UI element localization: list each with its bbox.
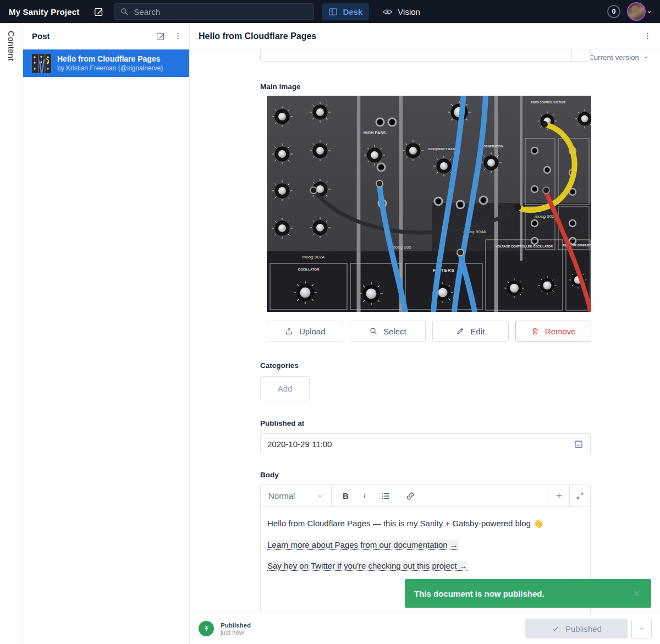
chevron-down-icon [643, 54, 649, 60]
search-field[interactable] [134, 7, 308, 16]
slug-field-cutoff[interactable] [260, 49, 591, 62]
body-link-twitter[interactable]: Say hey on Twitter if you're checking ou… [267, 561, 468, 571]
field-label: Categories [260, 361, 591, 370]
post-list-header: Post [23, 23, 189, 49]
tab-vision[interactable]: Vision [376, 3, 427, 20]
pane-title: Post [32, 31, 50, 41]
eye-icon [382, 7, 393, 17]
italic-button[interactable]: i [364, 491, 366, 500]
publish-status: Published just now [221, 622, 251, 636]
published-at-input[interactable] [267, 439, 574, 449]
trash-icon [531, 327, 540, 335]
toast-message: This document is now published. [414, 589, 544, 598]
tab-desk[interactable]: Desk [322, 3, 369, 20]
notifications-badge[interactable]: 0 [607, 5, 620, 18]
upload-button[interactable]: Upload [267, 321, 343, 342]
post-list-pane: Post [23, 23, 190, 644]
svg-text:FIXED CONTROL VOLTAGE: FIXED CONTROL VOLTAGE [531, 101, 566, 104]
chevron-down-icon [646, 9, 652, 15]
project-title: My Sanity Project [9, 7, 79, 16]
create-post-icon[interactable] [156, 31, 166, 41]
app-body: Content Post [0, 23, 660, 644]
document-menu-icon[interactable] [643, 31, 652, 41]
document-title: Hello from Cloudflare Pages [199, 31, 316, 41]
status-time: just now [221, 629, 251, 636]
field-label: Published at [260, 419, 591, 427]
edit-button[interactable]: Edit [432, 321, 509, 342]
body-paragraph[interactable]: Hello from Cloudflare Pages — this is my… [267, 519, 584, 529]
post-item-title: Hello from Cloudflare Pages [57, 54, 163, 63]
body-link-documentation[interactable]: Learn more about Pages from our document… [267, 540, 458, 550]
svg-text:HIGH PASS: HIGH PASS [364, 130, 386, 135]
pane-menu-icon[interactable] [173, 31, 183, 41]
desk-icon [328, 7, 338, 16]
svg-text:moog 995: moog 995 [392, 245, 411, 250]
field-label: Body [260, 471, 591, 479]
check-icon [551, 624, 560, 633]
document-pane: Hello from Cloudflare Pages Current vers… [190, 23, 660, 644]
paragraph-style-select[interactable]: Normal [261, 485, 331, 507]
publish-button[interactable]: Published [525, 619, 628, 639]
select-button[interactable]: Select [350, 321, 426, 342]
calendar-icon[interactable] [574, 439, 584, 449]
svg-text:VOLTAGE CONTROLLED OSCILLATOR: VOLTAGE CONTROLLED OSCILLATOR [496, 245, 553, 248]
format-buttons: B i [331, 485, 548, 507]
expand-icon [576, 492, 584, 500]
main-image-field: Main image [260, 82, 591, 342]
bullet-list-icon[interactable] [381, 491, 391, 501]
main-image-photo[interactable]: HIGH PASS FREQUENCY RANGE REGE [267, 96, 591, 312]
pencil-icon [456, 327, 465, 335]
svg-text:moog 907A: moog 907A [302, 255, 325, 260]
field-label: Main image [260, 82, 591, 91]
document-header: Hello from Cloudflare Pages [190, 23, 660, 49]
new-document-icon[interactable] [94, 7, 104, 17]
post-item-subtitle: by Kristian Freeman (@signalnerve) [57, 64, 163, 72]
document-scroll-area[interactable]: Current version Main image [190, 49, 660, 613]
date-input[interactable] [260, 433, 591, 454]
user-menu[interactable] [628, 3, 652, 20]
published-at-field: Published at [260, 419, 591, 454]
image-actions: Upload Select [267, 321, 591, 342]
search-icon [369, 327, 378, 335]
topbar: My Sanity Project Desk [0, 0, 660, 23]
content-rail[interactable]: Content [0, 23, 23, 644]
status-title: Published [221, 622, 251, 629]
post-item-texts: Hello from Cloudflare Pages by Kristian … [57, 54, 163, 72]
remove-button[interactable]: Remove [515, 321, 592, 342]
document-form: Main image [190, 49, 660, 613]
document-footer: Published just now Published [190, 613, 660, 644]
svg-text:OSCILLATOR: OSCILLATOR [298, 268, 320, 271]
bold-button[interactable]: B [343, 491, 349, 500]
search-input[interactable] [114, 3, 314, 20]
version-selector[interactable]: Current version [588, 49, 660, 65]
add-category-button[interactable]: Add [260, 376, 310, 400]
list-item-post[interactable]: Hello from Cloudflare Pages by Kristian … [23, 49, 189, 77]
chevron-down-icon [317, 493, 323, 499]
categories-field: Categories Add [260, 361, 591, 400]
published-toast: This document is now published. [405, 579, 651, 608]
svg-text:moog 902: moog 902 [535, 214, 554, 219]
upload-icon [284, 327, 294, 336]
sanity-studio-app: My Sanity Project Desk [0, 0, 660, 644]
link-icon[interactable] [405, 491, 415, 501]
content-rail-label: Content [7, 31, 16, 644]
search-icon [120, 7, 129, 16]
chevron-down-icon [639, 625, 645, 632]
insert-block-button[interactable] [548, 485, 569, 507]
avatar[interactable] [628, 3, 645, 20]
plus-icon [554, 491, 564, 500]
post-thumbnail [32, 54, 51, 73]
publish-status-icon [199, 621, 214, 636]
slug-generate-button[interactable] [571, 49, 590, 61]
editor-toolbar: Normal B i [261, 485, 590, 507]
close-icon[interactable] [632, 588, 642, 598]
publish-menu-button[interactable] [631, 619, 652, 639]
fullscreen-button[interactable] [569, 485, 590, 507]
